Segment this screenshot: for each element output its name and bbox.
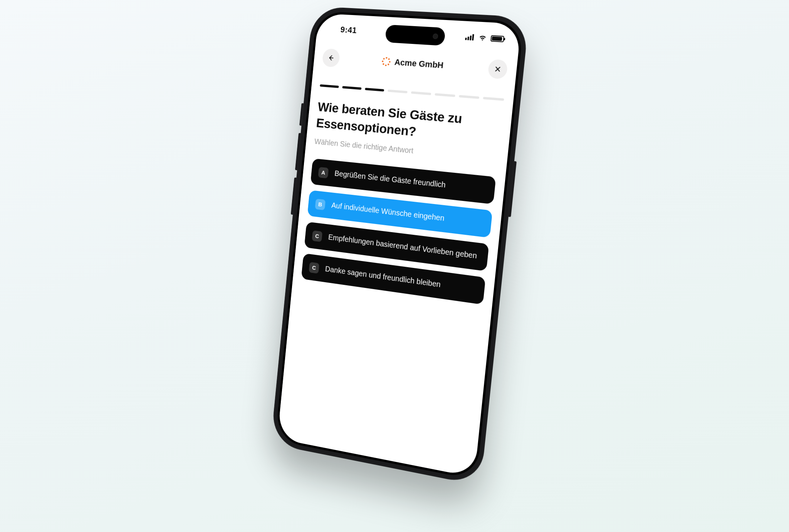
stage: 9:41 — [0, 0, 789, 532]
close-button[interactable] — [487, 59, 508, 79]
dynamic-island — [385, 25, 446, 46]
progress-segment — [365, 88, 384, 92]
answer-text: Begrüßen Sie die Gäste freundlich — [334, 168, 487, 195]
progress-segment — [458, 95, 479, 99]
close-icon — [494, 65, 502, 74]
progress-segment — [411, 91, 431, 95]
options-list: ABegrüßen Sie die Gäste freundlichBAuf i… — [301, 158, 496, 304]
answer-text: Auf individuelle Wünsche eingehen — [331, 200, 484, 228]
answer-key-badge: B — [315, 199, 326, 210]
side-button-volume-down — [291, 177, 297, 215]
status-right-icons — [465, 34, 504, 42]
brand-title: Acme GmbH — [394, 57, 444, 70]
svg-point-3 — [388, 64, 389, 65]
brand: Acme GmbH — [381, 56, 444, 70]
battery-icon — [490, 35, 504, 42]
cellular-signal-icon — [465, 34, 475, 41]
wifi-icon — [478, 35, 487, 42]
svg-point-7 — [383, 58, 384, 59]
svg-point-4 — [385, 64, 386, 66]
svg-point-2 — [389, 61, 390, 62]
answer-key-badge: A — [318, 167, 329, 179]
svg-point-5 — [383, 63, 384, 65]
answer-option[interactable]: CDanke sagen und freundlich bleiben — [301, 253, 486, 305]
progress-bar — [320, 84, 504, 101]
phone-frame: 9:41 — [270, 6, 529, 486]
navbar: Acme GmbH — [321, 44, 509, 84]
phone-screen: 9:41 — [277, 13, 521, 477]
answer-key-badge: C — [312, 230, 322, 242]
svg-point-1 — [388, 58, 389, 60]
progress-segment — [342, 86, 361, 90]
app-content: Acme GmbH Wie beraten Sie Gäste zu Essen… — [277, 43, 518, 477]
arrow-left-icon — [327, 54, 335, 62]
progress-segment — [435, 93, 455, 97]
instruction-text: Wählen Sie die richtige Antwort — [314, 137, 498, 164]
brand-logo-icon — [381, 56, 391, 67]
side-button-power — [509, 161, 517, 217]
progress-segment — [320, 84, 339, 88]
answer-text: Danke sagen und freundlich bleiben — [325, 264, 477, 295]
status-time: 9:41 — [331, 24, 367, 36]
side-button-volume-up — [295, 133, 301, 170]
side-button-silent — [299, 103, 304, 125]
svg-point-6 — [382, 60, 383, 62]
svg-point-0 — [386, 57, 387, 59]
answer-key-badge: C — [309, 262, 319, 274]
progress-segment — [483, 97, 504, 101]
back-button[interactable] — [322, 48, 340, 67]
progress-segment — [388, 90, 408, 94]
answer-text: Empfehlungen basierend auf Vorlieben geb… — [328, 232, 481, 262]
